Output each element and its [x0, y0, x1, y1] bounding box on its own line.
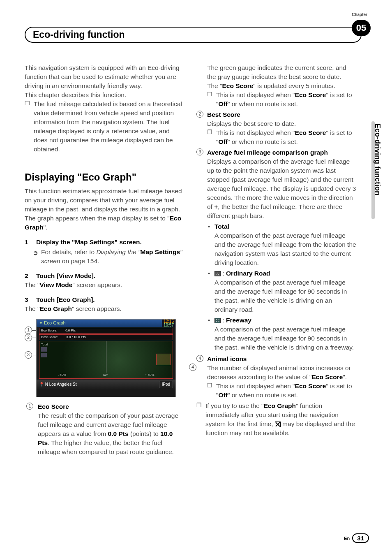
- intro-paragraph-2: This chapter describes this function.: [25, 90, 185, 100]
- fig-eco-score-row: Eco Score:0.0 Pts: [39, 328, 173, 334]
- page-title: Eco-driving function: [33, 29, 125, 40]
- page-title-bar: Eco-driving function: [25, 27, 362, 43]
- callout-2: 2: [25, 334, 32, 341]
- language-label: En: [344, 536, 350, 541]
- ordinary-road-icon: A: [214, 271, 221, 276]
- left-column: This navigation system is equipped with …: [25, 63, 185, 456]
- item-1-title: Eco Score: [38, 403, 69, 410]
- side-tab-label: Eco-driving function: [373, 123, 382, 195]
- step-2-result: The "View Mode" screen appears.: [25, 280, 185, 290]
- section-paragraph-2: The graph appears when the map display i…: [25, 214, 185, 232]
- col2-top-b: The "Eco Score" is updated every 5 minut…: [196, 81, 357, 90]
- eco-graph-screenshot: ✦ Eco Graph 12:15 10:57 Eco Score:0.0 Pt…: [36, 319, 176, 397]
- unavailable-icon: [275, 422, 281, 427]
- step-2: 2Touch [View Mode].: [25, 271, 185, 280]
- section-paragraph-1: This function estimates approximate fuel…: [25, 187, 185, 214]
- item-2-title: Best Score: [207, 111, 240, 118]
- page-footer: En 31: [344, 533, 369, 543]
- callout-1: 1: [25, 327, 32, 334]
- callout-4: 4: [189, 364, 196, 371]
- item-1: 1 Eco Score The result of the comparison…: [25, 402, 185, 456]
- page-number: 31: [352, 533, 369, 543]
- sub-ordinary: A : Ordinary Road: [196, 269, 357, 278]
- item-2-note: This is not displayed when "Eco Score" i…: [207, 128, 357, 146]
- freeway-icon: ⛶: [214, 318, 221, 323]
- circled-4: 4: [196, 355, 203, 362]
- item-2-body: Displays the best score to date.: [207, 119, 357, 128]
- note-bullet-1: The fuel mileage calculated is based on …: [25, 100, 185, 154]
- sub-ordinary-body: A comparison of the past average fuel mi…: [196, 278, 357, 314]
- right-column: The green gauge indicates the current sc…: [196, 63, 357, 456]
- item-3-title: Average fuel mileage comparison graph: [207, 149, 328, 156]
- circled-1: 1: [26, 403, 33, 410]
- chapter-number-badge: 05: [352, 20, 371, 36]
- circled-3: 3: [196, 148, 203, 155]
- sub-freeway-body: A comparison of the past average fuel mi…: [196, 325, 357, 352]
- item-1-body: The result of the comparison of your pas…: [38, 411, 185, 456]
- step-3: 3Touch [Eco Graph].: [25, 295, 185, 304]
- section-heading: Displaying "Eco Graph": [25, 170, 185, 184]
- item-3-body: Displays a comparison of the average fue…: [207, 157, 357, 220]
- step-1-reference: ➲ For details, refer to Displaying the "…: [25, 248, 185, 266]
- sub-total: Total: [196, 222, 357, 231]
- col2-top-a: The green gauge indicates the current sc…: [196, 63, 357, 81]
- item-4: 4 Animal icons The number of displayed a…: [196, 354, 357, 400]
- heading-part-a: Displaying: [25, 171, 77, 183]
- item-2: 2 Best Score Displays the best score to …: [196, 110, 357, 146]
- heading-part-b: "Eco Graph": [77, 171, 136, 183]
- sub-freeway: ⛶ : Freeway: [196, 316, 357, 325]
- reference-icon: ➲: [33, 248, 38, 257]
- sub-total-body: A comparison of the past average fuel mi…: [196, 231, 357, 267]
- item-4-title: Animal icons: [207, 355, 247, 362]
- circled-2: 2: [196, 111, 203, 118]
- col2-note-1: This is not displayed when "Eco Score" i…: [207, 90, 357, 109]
- final-note: If you try to use the "Eco Graph" functi…: [196, 401, 357, 438]
- step-1: 1Display the "Map Settings" screen.: [25, 238, 185, 247]
- fig-graph-area: Total - 50% Avr. + 50%: [39, 341, 173, 379]
- intro-paragraph-1: This navigation system is equipped with …: [25, 63, 185, 90]
- fig-bottom-bar: 📍 N Los Angeles St iPod: [37, 380, 175, 389]
- step-3-result: The "Eco Graph" screen appears.: [25, 304, 185, 313]
- item-3: 3 Average fuel mileage comparison graph …: [196, 148, 357, 220]
- callout-3: 3: [25, 351, 32, 359]
- fig-header: ✦ Eco Graph 12:15 10:57: [37, 320, 175, 327]
- chapter-label: Chapter: [352, 12, 367, 17]
- fig-best-score-row: Best Score:3.0 / 10.0 Pts: [39, 334, 173, 340]
- item-4-note: This is not displayed when "Eco Score" i…: [207, 382, 357, 400]
- item-4-body: The number of displayed animal icons inc…: [207, 364, 357, 382]
